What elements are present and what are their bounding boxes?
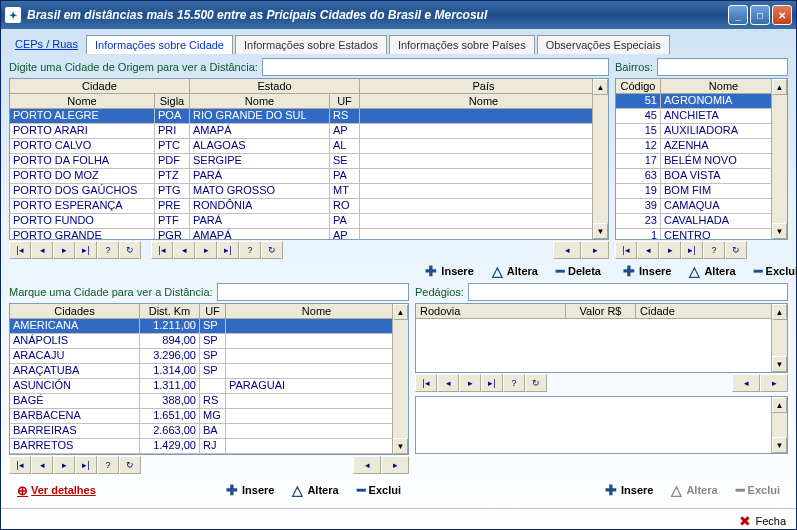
- scroll-down-icon[interactable]: ▼: [593, 223, 608, 239]
- scrollbar-pedagios[interactable]: ▲ ▼: [771, 304, 787, 372]
- scroll-left[interactable]: ◂: [732, 374, 760, 392]
- nav-prev[interactable]: ◂: [637, 241, 659, 259]
- col-distkm[interactable]: Dist. Km: [140, 304, 200, 318]
- table-row[interactable]: 17BELÉM NOVO: [616, 154, 787, 169]
- table-row[interactable]: BAGÉ388,00RS: [10, 394, 408, 409]
- table-row[interactable]: ASUNCIÓN1.311,00PARAGUAI: [10, 379, 408, 394]
- minimize-button[interactable]: _: [728, 5, 748, 25]
- ver-detalhes-link[interactable]: ⊕Ver detalhes: [17, 483, 96, 498]
- nav-last[interactable]: ▸|: [75, 456, 97, 474]
- scrollbar-origem[interactable]: ▲ ▼: [592, 79, 608, 239]
- grid-pedagios[interactable]: Rodovia Valor R$ Cidade ▲ ▼: [415, 303, 788, 373]
- col-nome-estado[interactable]: Nome: [190, 94, 330, 108]
- table-row[interactable]: BARREIRAS2.663,00BA: [10, 424, 408, 439]
- table-row[interactable]: AMERICANA1.211,00SP: [10, 319, 408, 334]
- table-row[interactable]: 39CAMAQUA: [616, 199, 787, 214]
- col-cidades[interactable]: Cidades: [10, 304, 140, 318]
- nav-refresh[interactable]: ↻: [725, 241, 747, 259]
- col-nome-pais[interactable]: Nome: [360, 94, 608, 108]
- altera-button[interactable]: △Altera: [292, 482, 338, 498]
- insere-button[interactable]: ✚Insere: [425, 263, 473, 279]
- table-row[interactable]: PORTO GRANDEPGRAMAPÁAP: [10, 229, 608, 240]
- table-row[interactable]: PORTO CALVOPTCALAGOASAL: [10, 139, 608, 154]
- table-row[interactable]: ANÁPOLIS894,00SP: [10, 334, 408, 349]
- nav-last[interactable]: ▸|: [75, 241, 97, 259]
- nav-prev[interactable]: ◂: [31, 456, 53, 474]
- scroll-down-icon[interactable]: ▼: [772, 437, 787, 453]
- table-row[interactable]: PORTO DOS GAÚCHOSPTGMATO GROSSOMT: [10, 184, 608, 199]
- col-sigla[interactable]: Sigla: [155, 94, 190, 108]
- tab-info-cidade[interactable]: Informações sobre Cidade: [86, 35, 233, 54]
- scroll-right[interactable]: ▸: [760, 374, 788, 392]
- exclui-button[interactable]: ━Exclui: [754, 263, 797, 279]
- table-row[interactable]: 12AZENHA: [616, 139, 787, 154]
- grid-extra[interactable]: ▲ ▼: [415, 396, 788, 454]
- nav-next[interactable]: ▸: [53, 456, 75, 474]
- table-row[interactable]: ARACAJU3.296,00SP: [10, 349, 408, 364]
- fecha-button[interactable]: ✖Fecha: [739, 513, 786, 529]
- insere-button[interactable]: ✚Insere: [605, 482, 653, 498]
- col-group-estado[interactable]: Estado: [190, 79, 360, 93]
- nav-refresh[interactable]: ↻: [119, 456, 141, 474]
- table-row[interactable]: 15AUXILIADORA: [616, 124, 787, 139]
- nav-help[interactable]: ?: [503, 374, 525, 392]
- nav-prev[interactable]: ◂: [31, 241, 53, 259]
- origem-input[interactable]: [262, 58, 609, 76]
- col-uf[interactable]: UF: [330, 94, 360, 108]
- close-button[interactable]: ✕: [772, 5, 792, 25]
- scroll-right[interactable]: ▸: [581, 241, 609, 259]
- table-row[interactable]: ARAÇATUBA1.314,00SP: [10, 364, 408, 379]
- tab-ceps-ruas[interactable]: CEPs / Ruas: [9, 35, 84, 54]
- nav2-next[interactable]: ▸: [195, 241, 217, 259]
- insere-button[interactable]: ✚Insere: [623, 263, 671, 279]
- table-row[interactable]: PORTO ARARIPRIAMAPÁAP: [10, 124, 608, 139]
- nav-next[interactable]: ▸: [53, 241, 75, 259]
- scroll-down-icon[interactable]: ▼: [772, 356, 787, 372]
- tab-info-paises[interactable]: Informações sobre Países: [389, 35, 535, 54]
- table-row[interactable]: 1CENTRO: [616, 229, 787, 240]
- table-row[interactable]: PORTO DO MOZPTZPARÁPA: [10, 169, 608, 184]
- scrollbar-bairros[interactable]: ▲ ▼: [771, 79, 787, 239]
- nav-next[interactable]: ▸: [459, 374, 481, 392]
- altera-button[interactable]: △Altera: [492, 263, 538, 279]
- nav-refresh[interactable]: ↻: [525, 374, 547, 392]
- bairros-input[interactable]: [657, 58, 788, 76]
- grid-bairros[interactable]: Código Nome 51AGRONOMIA45ANCHIETA15AUXIL…: [615, 78, 788, 240]
- nav-help[interactable]: ?: [97, 456, 119, 474]
- nav-first[interactable]: |◂: [615, 241, 637, 259]
- table-row[interactable]: 51AGRONOMIA: [616, 94, 787, 109]
- nav2-last[interactable]: ▸|: [217, 241, 239, 259]
- scroll-left[interactable]: ◂: [353, 456, 381, 474]
- col-codigo[interactable]: Código: [616, 79, 661, 93]
- scroll-up-icon[interactable]: ▲: [772, 397, 787, 413]
- col-nome-bairro[interactable]: Nome: [661, 79, 787, 93]
- exclui-button[interactable]: ━Exclui: [357, 482, 401, 498]
- grid-distancias[interactable]: Cidades Dist. Km UF Nome AMERICANA1.211,…: [9, 303, 409, 455]
- scroll-up-icon[interactable]: ▲: [772, 304, 787, 320]
- col-nome[interactable]: Nome: [226, 304, 408, 318]
- grid-origem[interactable]: Cidade Estado País Nome Sigla Nome UF No…: [9, 78, 609, 240]
- nav2-refresh[interactable]: ↻: [261, 241, 283, 259]
- marque-input[interactable]: [217, 283, 409, 301]
- nav2-help[interactable]: ?: [239, 241, 261, 259]
- nav2-first[interactable]: |◂: [151, 241, 173, 259]
- scroll-up-icon[interactable]: ▲: [393, 304, 408, 320]
- altera-button[interactable]: △Altera: [689, 263, 735, 279]
- scrollbar-extra[interactable]: ▲ ▼: [771, 397, 787, 453]
- nav-first[interactable]: |◂: [9, 241, 31, 259]
- col-nome[interactable]: Nome: [10, 94, 155, 108]
- tab-observacoes[interactable]: Observações Especiais: [537, 35, 670, 54]
- maximize-button[interactable]: □: [750, 5, 770, 25]
- nav-last[interactable]: ▸|: [681, 241, 703, 259]
- nav-help[interactable]: ?: [703, 241, 725, 259]
- nav-prev[interactable]: ◂: [437, 374, 459, 392]
- scrollbar-dist[interactable]: ▲ ▼: [392, 304, 408, 454]
- table-row[interactable]: 63BOA VISTA: [616, 169, 787, 184]
- table-row[interactable]: PORTO ESPERANÇAPRERONDÔNIARO: [10, 199, 608, 214]
- nav-refresh[interactable]: ↻: [119, 241, 141, 259]
- scroll-left[interactable]: ◂: [553, 241, 581, 259]
- scroll-down-icon[interactable]: ▼: [772, 223, 787, 239]
- nav-help[interactable]: ?: [97, 241, 119, 259]
- nav-next[interactable]: ▸: [659, 241, 681, 259]
- scroll-up-icon[interactable]: ▲: [593, 79, 608, 95]
